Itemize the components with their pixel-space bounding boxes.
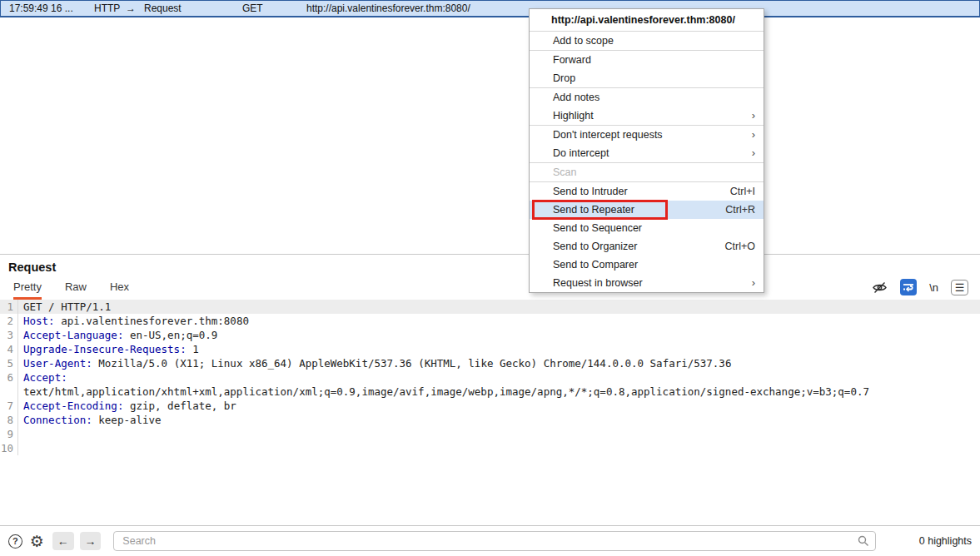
panel-title: Request	[8, 261, 56, 274]
line-number: 7	[0, 399, 18, 413]
search-container	[113, 531, 875, 551]
request-editor[interactable]: 1GET / HTTP/1.12Host: api.valentinesfore…	[0, 300, 980, 526]
menu-item-add-to-scope[interactable]: Add to scope	[530, 32, 764, 50]
menu-item-send-to-sequencer[interactable]: Send to Sequencer	[530, 219, 764, 237]
menu-item-drop[interactable]: Drop	[530, 69, 764, 87]
context-menu: http://api.valentinesforever.thm:8080/ A…	[529, 8, 764, 293]
line-content: Host: api.valentinesforever.thm:8080	[18, 314, 249, 328]
search-icon	[858, 535, 869, 550]
menu-item-do-intercept[interactable]: Do intercept›	[530, 144, 764, 162]
line-content: Accept-Encoding: gzip, deflate, br	[18, 399, 236, 413]
line-content	[18, 441, 23, 455]
highlights-count: 0 highlights	[919, 535, 972, 547]
tab-raw[interactable]: Raw	[65, 280, 87, 300]
request-time: 17:59:49 16 ...	[9, 2, 73, 14]
menu-item-highlight[interactable]: Highlight›	[530, 107, 764, 125]
menu-item-label: Highlight	[553, 107, 594, 125]
line-content: GET / HTTP/1.1	[18, 300, 111, 314]
next-match-button[interactable]: →	[80, 532, 102, 550]
editor-line: 2Host: api.valentinesforever.thm:8080	[0, 314, 980, 328]
editor-line: text/html,application/xhtml+xml,applicat…	[0, 385, 980, 399]
editor-line: 6Accept:	[0, 370, 980, 385]
history-row[interactable]: 17:59:49 16 ... HTTP → Request GET http:…	[0, 0, 980, 17]
editor-line: 3Accept-Language: en-US,en;q=0.9	[0, 328, 980, 342]
menu-item-label: Forward	[553, 51, 591, 69]
menu-item-label: Don't intercept requests	[553, 126, 663, 144]
message-type: Request	[144, 2, 182, 14]
protocol-label: HTTP	[94, 2, 120, 14]
line-number: 1	[0, 300, 18, 314]
submenu-chevron-icon: ›	[752, 107, 755, 125]
editor-line: 9	[0, 427, 980, 441]
context-menu-header: http://api.valentinesforever.thm:8080/	[530, 9, 764, 31]
line-content: Connection: keep-alive	[18, 413, 162, 427]
request-view-tabs: PrettyRawHex	[13, 280, 129, 300]
direction-arrow-icon: →	[126, 2, 136, 14]
line-content: Accept-Language: en-US,en;q=0.9	[18, 328, 217, 342]
menu-item-label: Scan	[553, 163, 577, 181]
footer-bar: ? ⚙ ← → 0 highlights	[0, 525, 980, 556]
menu-item-label: Send to Intruder	[553, 182, 628, 201]
menu-item-label: Request in browser	[553, 274, 643, 292]
submenu-chevron-icon: ›	[752, 126, 755, 144]
help-icon[interactable]: ?	[8, 534, 22, 549]
line-content: Accept:	[18, 370, 67, 385]
menu-item-send-to-comparer[interactable]: Send to Comparer	[530, 256, 764, 274]
editor-line: 7Accept-Encoding: gzip, deflate, br	[0, 399, 980, 413]
tab-pretty[interactable]: Pretty	[13, 280, 42, 300]
line-content: text/html,application/xhtml+xml,applicat…	[18, 385, 869, 399]
menu-item-label: Send to Sequencer	[553, 219, 642, 237]
menu-item-label: Do intercept	[553, 144, 609, 162]
line-number: 5	[0, 356, 18, 370]
word-wrap-toggle-icon[interactable]	[900, 279, 917, 295]
menu-item-label: Send to Organizer	[553, 237, 637, 256]
line-number: 8	[0, 413, 18, 427]
menu-item-forward[interactable]: Forward	[530, 51, 764, 69]
menu-item-shortcut: Ctrl+I	[730, 182, 755, 201]
menu-item-request-in-browser[interactable]: Request in browser›	[530, 274, 764, 292]
menu-item-don-t-intercept-requests[interactable]: Don't intercept requests›	[530, 126, 764, 144]
menu-item-send-to-organizer[interactable]: Send to OrganizerCtrl+O	[530, 237, 764, 256]
line-number: 4	[0, 342, 18, 356]
menu-item-label: Add to scope	[553, 32, 614, 50]
line-number	[0, 385, 18, 399]
menu-item-label: Drop	[553, 69, 575, 87]
line-number: 2	[0, 314, 18, 328]
submenu-chevron-icon: ›	[752, 144, 755, 162]
editor-line: 5User-Agent: Mozilla/5.0 (X11; Linux x86…	[0, 356, 980, 370]
prev-match-button[interactable]: ←	[52, 532, 74, 550]
line-content: Upgrade-Insecure-Requests: 1	[18, 342, 199, 356]
menu-item-shortcut: Ctrl+R	[725, 201, 755, 219]
menu-item-label: Send to Repeater	[553, 201, 634, 219]
submenu-chevron-icon: ›	[752, 274, 755, 292]
editor-toolbar: \n ☰	[872, 277, 968, 297]
request-panel: Request PrettyRawHex \n ☰ 1GET / HTTP/1.…	[0, 254, 980, 525]
menu-item-add-notes[interactable]: Add notes	[530, 88, 764, 107]
menu-item-send-to-intruder[interactable]: Send to IntruderCtrl+I	[530, 182, 764, 201]
line-content: User-Agent: Mozilla/5.0 (X11; Linux x86_…	[18, 356, 731, 370]
request-url: http://api.valentinesforever.thm:8080/	[306, 2, 470, 14]
line-number: 6	[0, 370, 18, 385]
tab-hex[interactable]: Hex	[110, 280, 129, 300]
editor-line: 4Upgrade-Insecure-Requests: 1	[0, 342, 980, 356]
line-content	[18, 427, 23, 441]
show-newlines-toggle[interactable]: \n	[929, 281, 938, 294]
menu-item-send-to-repeater[interactable]: Send to RepeaterCtrl+R	[530, 201, 764, 219]
line-number: 3	[0, 328, 18, 342]
menu-item-label: Send to Comparer	[553, 256, 638, 274]
line-number: 10	[0, 441, 18, 455]
editor-line: 8Connection: keep-alive	[0, 413, 980, 427]
menu-item-scan: Scan	[530, 163, 764, 181]
search-input[interactable]	[113, 531, 875, 551]
editor-menu-icon[interactable]: ☰	[951, 280, 968, 295]
menu-item-label: Add notes	[553, 88, 599, 107]
http-method: GET	[242, 2, 263, 14]
editor-line: 10	[0, 441, 980, 455]
settings-gear-icon[interactable]: ⚙	[30, 534, 44, 549]
menu-item-shortcut: Ctrl+O	[725, 237, 755, 256]
hide-nonprinting-icon[interactable]	[872, 280, 888, 295]
editor-line: 1GET / HTTP/1.1	[0, 300, 980, 314]
line-number: 9	[0, 427, 18, 441]
